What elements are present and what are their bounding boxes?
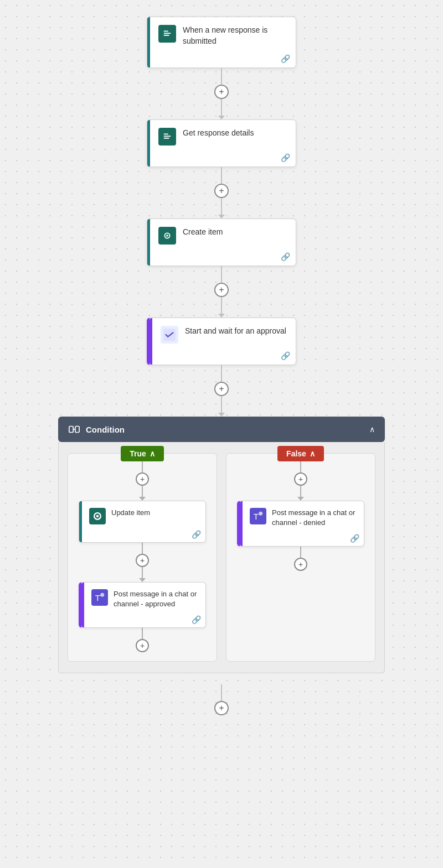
add-button-false-bottom[interactable]: + xyxy=(294,558,307,571)
flow-canvas: When a new response is submitted 🔗 + Get… xyxy=(0,0,443,749)
svg-rect-13 xyxy=(75,427,79,433)
false-label: False xyxy=(286,449,306,458)
arrow xyxy=(218,413,225,417)
svg-text:T: T xyxy=(254,512,259,521)
card-footer: 🔗 xyxy=(81,614,205,627)
card-footer: 🔗 xyxy=(240,533,364,546)
connector-2: + xyxy=(214,167,229,219)
false-chevron: ∧ xyxy=(310,449,315,458)
true-branch: True ∧ + xyxy=(68,453,217,661)
card-footer: 🔗 xyxy=(147,151,296,167)
svg-text:T: T xyxy=(95,593,100,602)
forms-icon xyxy=(158,25,176,43)
line xyxy=(300,461,301,472)
link-icon: 🔗 xyxy=(281,351,290,360)
true-chevron: ∧ xyxy=(150,449,155,458)
forms-icon xyxy=(158,128,176,145)
line xyxy=(300,486,301,497)
get-response-card[interactable]: Get response details 🔗 xyxy=(147,119,296,167)
add-button-1[interactable]: + xyxy=(214,85,229,99)
card-border xyxy=(150,318,152,365)
add-button-false-top[interactable]: + xyxy=(294,472,307,486)
trigger-card[interactable]: When a new response is submitted 🔗 xyxy=(147,17,296,68)
create-item-card[interactable]: Create item 🔗 xyxy=(147,219,296,266)
add-button-true-mid[interactable]: + xyxy=(136,554,149,567)
svg-rect-5 xyxy=(164,134,168,135)
link-icon: 🔗 xyxy=(192,615,201,624)
link-icon: 🔗 xyxy=(281,54,290,63)
add-button-3[interactable]: + xyxy=(214,283,229,297)
condition-label-group: Condition xyxy=(68,423,125,435)
condition-icon xyxy=(68,423,80,435)
card-border xyxy=(147,219,150,266)
add-button-bottom[interactable]: + xyxy=(214,701,229,715)
card-border xyxy=(81,583,84,627)
bottom-connector: + xyxy=(214,684,229,715)
card-body: T Post message in a chat or channel - de… xyxy=(240,501,364,532)
line xyxy=(142,486,143,497)
teams-icon: T xyxy=(91,589,108,606)
sharepoint-icon xyxy=(89,508,106,524)
line xyxy=(221,68,222,85)
post-message-denied-card[interactable]: T Post message in a chat or channel - de… xyxy=(237,501,364,546)
line xyxy=(300,547,301,558)
false-branch-connector-bottom: + xyxy=(294,547,307,571)
condition-chevron: ∧ xyxy=(369,425,375,434)
false-branch: False ∧ + xyxy=(226,453,375,661)
svg-rect-7 xyxy=(164,138,169,139)
svg-point-23 xyxy=(259,512,262,516)
add-button-true-bottom[interactable]: + xyxy=(136,639,149,652)
link-icon: 🔗 xyxy=(192,530,201,539)
true-label: True xyxy=(130,449,146,458)
update-item-card[interactable]: Update item 🔗 xyxy=(79,501,206,543)
card-body: Get response details xyxy=(147,120,296,151)
false-branch-header[interactable]: False ∧ xyxy=(277,446,324,461)
svg-point-17 xyxy=(96,515,99,518)
card-footer: 🔗 xyxy=(150,349,296,365)
svg-rect-3 xyxy=(164,35,169,36)
true-branch-header[interactable]: True ∧ xyxy=(121,446,164,461)
link-icon: 🔗 xyxy=(281,252,290,261)
arrow xyxy=(139,497,146,501)
svg-rect-1 xyxy=(164,31,168,32)
card-footer: 🔗 xyxy=(147,52,296,67)
add-button-4[interactable]: + xyxy=(214,382,229,396)
update-item-title: Update item xyxy=(111,508,150,518)
connector-3: + xyxy=(214,266,229,318)
line xyxy=(142,461,143,472)
line xyxy=(142,628,143,639)
false-branch-connector-top: + xyxy=(294,461,307,501)
get-response-title: Get response details xyxy=(183,128,288,139)
condition-header[interactable]: Condition ∧ xyxy=(58,417,385,442)
true-branch-connector-bottom: + xyxy=(136,628,149,652)
card-body: Create item xyxy=(147,219,296,250)
card-border xyxy=(79,501,82,542)
true-branch-connector-mid: + xyxy=(136,543,149,582)
approval-card[interactable]: Start and wait for an approval 🔗 xyxy=(147,318,296,365)
arrow xyxy=(218,314,225,318)
post-message-approved-card[interactable]: T Post message in a chat or channel - ap… xyxy=(79,582,206,627)
link-icon: 🔗 xyxy=(350,534,359,543)
post-approved-title: Post message in a chat or channel - appr… xyxy=(114,589,199,609)
card-body: When a new response is submitted xyxy=(147,17,296,52)
svg-rect-6 xyxy=(164,136,171,137)
condition-block: Condition ∧ True ∧ + xyxy=(58,417,385,673)
true-branch-connector-top: + xyxy=(136,461,149,501)
link-icon: 🔗 xyxy=(281,153,290,162)
card-body: Start and wait for an approval xyxy=(150,318,296,349)
line xyxy=(142,543,143,554)
line xyxy=(221,365,222,382)
condition-body: True ∧ + xyxy=(58,442,385,673)
arrow xyxy=(218,215,225,219)
line xyxy=(221,99,222,116)
arrow xyxy=(139,578,146,582)
card-footer: 🔗 xyxy=(147,250,296,266)
approval-title: Start and wait for an approval xyxy=(185,326,288,337)
card-border xyxy=(147,17,150,67)
card-body: T Post message in a chat or channel - ap… xyxy=(81,583,205,614)
add-button-2[interactable]: + xyxy=(214,184,229,198)
sharepoint-icon xyxy=(158,227,176,245)
add-button-true-top[interactable]: + xyxy=(136,472,149,486)
connector-4: + xyxy=(214,365,229,417)
post-denied-title: Post message in a chat or channel - deni… xyxy=(272,508,357,528)
